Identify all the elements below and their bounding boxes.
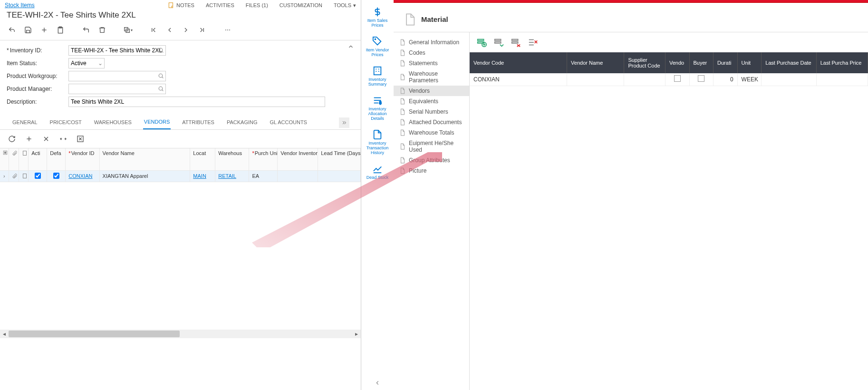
- grid-header-vendor-name[interactable]: Vendor Name: [99, 148, 190, 170]
- grid-header[interactable]: Last Purcha Price: [816, 52, 868, 73]
- breadcrumb[interactable]: Stock Items: [5, 2, 35, 9]
- manager-input[interactable]: [68, 84, 166, 94]
- sidebar-item-vendors[interactable]: Vendors: [394, 86, 469, 96]
- svg-text:$: $: [379, 101, 382, 105]
- insert-row-button[interactable]: [493, 37, 504, 48]
- grid-header-warehouse[interactable]: Warehous: [215, 148, 249, 170]
- tab-glaccounts[interactable]: GL ACCOUNTS: [269, 117, 308, 129]
- add-row-button[interactable]: [476, 37, 487, 48]
- side-nav-item-sales-prices[interactable]: Item Sales Prices: [361, 5, 394, 29]
- grid-header[interactable]: Buyer: [689, 52, 714, 73]
- grid-header[interactable]: Vendor Name: [567, 52, 624, 73]
- grid-header-note[interactable]: [19, 148, 29, 170]
- grid-header[interactable]: Supplier Product Code: [624, 52, 665, 73]
- vendor-checkbox[interactable]: [674, 75, 681, 82]
- warehouse-link[interactable]: RETAIL: [218, 173, 236, 179]
- next-record-button[interactable]: [180, 25, 192, 35]
- grid-header[interactable]: Unit: [737, 52, 762, 73]
- attach-icon[interactable]: [12, 173, 18, 179]
- sidebar-item-equivalents[interactable]: Equivalents: [394, 96, 469, 107]
- sidebar-item-euipment-he-she-used[interactable]: Euipment He/She Used: [394, 138, 469, 155]
- menu-customization[interactable]: CUSTOMIZATION: [280, 2, 322, 8]
- copy-dropdown-button[interactable]: ▾: [122, 25, 134, 35]
- vendor-id-link[interactable]: CONXIAN: [68, 173, 92, 179]
- side-nav-item-allocation[interactable]: $ Inventory Allocation Details: [361, 93, 394, 123]
- vendor-code-cell: CONXIAN: [470, 73, 567, 86]
- inventory-id-input[interactable]: [68, 45, 166, 56]
- grid-delete-button[interactable]: [41, 134, 51, 144]
- grid-header-vendor-id[interactable]: Vendor ID: [66, 148, 99, 170]
- tab-warehouses[interactable]: WAREHOUSES: [93, 117, 133, 129]
- grid-fit-button[interactable]: [58, 134, 68, 144]
- prev-record-button[interactable]: [164, 25, 176, 35]
- row-selector-icon[interactable]: ›: [0, 170, 9, 182]
- grid-header[interactable]: Last Purchase Date: [762, 52, 817, 73]
- more-actions-button[interactable]: ⋯: [222, 25, 234, 35]
- last-record-button[interactable]: [196, 25, 208, 35]
- grid-export-button[interactable]: [75, 134, 86, 144]
- grid-header-vendor-inv-id[interactable]: Vendor Inventory ID: [278, 148, 318, 170]
- grid-header[interactable]: Vendor Code: [470, 52, 567, 73]
- note-icon[interactable]: [22, 173, 28, 179]
- table-row[interactable]: › CONXIAN XIANGTAN Apparel MAIN RETAIL E…: [0, 170, 361, 182]
- grid-header[interactable]: Durati: [714, 52, 738, 73]
- sidebar-item-general-information[interactable]: General Information: [394, 37, 469, 48]
- table-row[interactable]: CONXIAN 0 WEEK: [470, 73, 868, 86]
- sidebar-item-codes[interactable]: Codes: [394, 48, 469, 58]
- tab-pricecost[interactable]: PRICE/COST: [49, 117, 83, 129]
- grid-refresh-button[interactable]: [7, 134, 17, 144]
- tab-general[interactable]: GENERAL: [11, 117, 39, 129]
- side-nav-item-transaction-history[interactable]: Inventory Transaction History: [361, 127, 394, 157]
- collapse-sidenav-button[interactable]: [374, 380, 381, 386]
- grid-header-location[interactable]: Locat: [190, 148, 215, 170]
- first-record-button[interactable]: [147, 25, 160, 35]
- tab-attributes[interactable]: ATTRIBUTES: [181, 117, 215, 129]
- collapse-form-button[interactable]: [347, 43, 354, 50]
- grid-header-default[interactable]: Defa: [47, 148, 66, 170]
- sidebar-item-serial-numbers[interactable]: Serial Numbers: [394, 107, 469, 117]
- sidebar-item-warehouse-parameters[interactable]: Warehouse Parameters: [394, 68, 469, 86]
- active-checkbox[interactable]: [35, 173, 41, 179]
- default-checkbox[interactable]: [53, 173, 59, 179]
- side-nav-item-inventory-summary[interactable]: Inventory Summary: [361, 64, 394, 88]
- clipboard-button[interactable]: [54, 25, 67, 35]
- undo-button[interactable]: [80, 25, 92, 35]
- grid-add-button[interactable]: [24, 134, 34, 144]
- grid-header[interactable]: Vendo: [665, 52, 690, 73]
- buyer-checkbox[interactable]: [698, 75, 704, 82]
- item-status-select[interactable]: [68, 58, 105, 68]
- back-button[interactable]: [6, 25, 18, 35]
- add-button[interactable]: [38, 25, 50, 35]
- menu-files[interactable]: FILES (1): [246, 2, 268, 8]
- workgroup-input[interactable]: [68, 71, 166, 81]
- menu-activities[interactable]: ACTIVITIES: [206, 2, 234, 8]
- location-link[interactable]: MAIN: [193, 173, 206, 179]
- grid-header-attach[interactable]: [9, 148, 19, 170]
- delete-button[interactable]: [96, 25, 108, 35]
- save-button[interactable]: [22, 25, 34, 35]
- grid-header-lead-time[interactable]: Lead Time (Days): [318, 148, 361, 170]
- description-input[interactable]: [68, 97, 325, 107]
- grid-header-purch-unit[interactable]: Purch Unit: [249, 148, 278, 170]
- horizontal-scrollbar[interactable]: ◂ ▸: [0, 330, 361, 338]
- grid-header-active[interactable]: Acti: [29, 148, 47, 170]
- sidebar-item-picture[interactable]: Picture: [394, 166, 469, 176]
- clear-rows-button[interactable]: [528, 37, 538, 48]
- side-nav-item-vendor-prices[interactable]: Item Vendor Prices: [361, 34, 394, 59]
- sidebar-item-warehouse-totals[interactable]: Warehouse Totals: [394, 127, 469, 138]
- sidebar-item-statements[interactable]: Statements: [394, 58, 469, 68]
- side-nav-item-dead-stock[interactable]: Dead Stock: [365, 162, 391, 182]
- grid-header-selector[interactable]: [0, 148, 9, 170]
- scroll-right-icon[interactable]: ▸: [352, 330, 361, 338]
- tab-vendors[interactable]: VENDORS: [143, 116, 171, 129]
- material-title: Material: [421, 15, 448, 23]
- sidebar-item-group-attributes[interactable]: Group Attributes: [394, 155, 469, 166]
- delete-row-button[interactable]: [511, 37, 521, 48]
- scroll-thumb[interactable]: [9, 331, 180, 337]
- menu-notes[interactable]: NOTES: [168, 2, 194, 9]
- tabs-more-button[interactable]: [339, 117, 349, 128]
- scroll-left-icon[interactable]: ◂: [0, 330, 9, 338]
- sidebar-item-attached-documents[interactable]: Attached Documents: [394, 117, 469, 127]
- menu-tools[interactable]: TOOLS ▾: [334, 2, 356, 9]
- tab-packaging[interactable]: PACKAGING: [226, 117, 259, 129]
